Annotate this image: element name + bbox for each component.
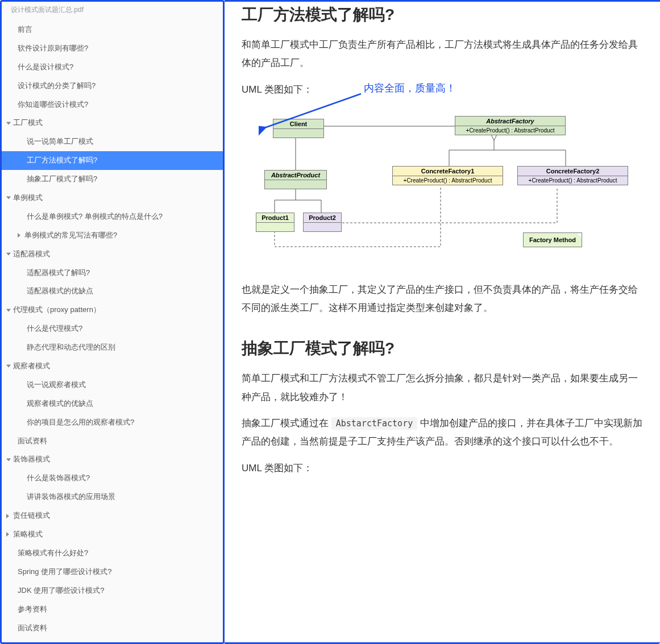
nav-item[interactable]: 说一说观察者模式 (2, 376, 223, 394)
uml-abstract-product: AbstractProduct (264, 170, 327, 189)
nav-item[interactable]: 软件设计原则有哪些? (2, 39, 223, 58)
nav-item[interactable]: Spring 使用了哪些设计模式? (2, 563, 223, 581)
heading-factory-method: 工厂方法模式了解吗? (242, 4, 643, 26)
nav-item[interactable]: 工厂模式 (2, 114, 223, 132)
nav-item[interactable]: 抽象工厂模式了解吗? (2, 170, 223, 189)
sidebar: 设计模式面试题汇总.pdf 前言软件设计原则有哪些?什么是设计模式?设计模式的分… (0, 0, 225, 644)
nav-item[interactable]: 代理模式（proxy pattern） (2, 301, 223, 319)
nav-item[interactable]: 工厂方法模式了解吗? (2, 151, 223, 170)
nav-item[interactable]: 单例模式的常见写法有哪些? (2, 226, 223, 245)
nav-item[interactable]: 前言 (2, 20, 223, 39)
nav-item[interactable]: 责任链模式 (2, 506, 223, 525)
nav-item[interactable]: 适配器模式了解吗? (2, 264, 223, 282)
nav-item[interactable]: 面试资料 (2, 619, 223, 638)
uml-concrete-factory-1: ConcreteFactory1 +CreateProduct() : Abst… (392, 166, 503, 185)
paragraph: 也就是定义一个抽象工厂，其定义了产品的生产接口，但不负责具体的产品，将生产任务交… (242, 281, 643, 318)
nav-item[interactable]: 单例模式 (2, 189, 223, 207)
nav-item[interactable]: 策略模式有什么好处? (2, 544, 223, 563)
uml-product-2: Product2 (303, 213, 342, 232)
uml-client: Client (273, 119, 324, 138)
nav-item[interactable]: 观察者模式 (2, 357, 223, 376)
uml-product-1: Product1 (256, 213, 294, 232)
uml-concrete-factory-2: ConcreteFactory2 +CreateProduct() : Abst… (517, 166, 628, 185)
uml-abstract-factory: AbstractFactory +CreateProduct() : Abstr… (455, 116, 566, 135)
uml-note-factory-method: Factory Method (523, 232, 582, 247)
uml-diagram: Client AbstractFactory +CreateProduct() … (247, 110, 643, 269)
nav-item[interactable]: 静态代理和动态代理的区别 (2, 338, 223, 357)
annotation-callout: 内容全面，质量高！ (364, 81, 456, 95)
nav-item[interactable]: 你的项目是怎么用的观察者模式? (2, 413, 223, 432)
paragraph-uml-label: UML 类图如下： (242, 459, 643, 477)
code-abstract-factory: AbstarctFactory (331, 417, 417, 430)
nav-item[interactable]: 什么是装饰器模式? (2, 469, 223, 488)
nav-item[interactable]: 适配器模式的优缺点 (2, 282, 223, 301)
paragraph: 和简单工厂模式中工厂负责生产所有产品相比，工厂方法模式将生成具体产品的任务分发给… (242, 36, 643, 73)
paragraph: 抽象工厂模式通过在 AbstarctFactory 中增加创建产品的接口，并在具… (242, 414, 643, 451)
nav-item[interactable]: 什么是代理模式? (2, 319, 223, 338)
document-title: 设计模式面试题汇总.pdf (2, 2, 223, 18)
nav-item[interactable]: JDK 使用了哪些设计模式? (2, 581, 223, 600)
main-content: 工厂方法模式了解吗? 和简单工厂模式中工厂负责生产所有产品相比，工厂方法模式将生… (225, 0, 660, 644)
nav-item[interactable]: 观察者模式的优缺点 (2, 394, 223, 413)
nav-outline: 前言软件设计原则有哪些?什么是设计模式?设计模式的分类了解吗?你知道哪些设计模式… (2, 18, 223, 639)
nav-item[interactable]: 策略模式 (2, 525, 223, 544)
nav-item[interactable]: 装饰器模式 (2, 450, 223, 469)
nav-item[interactable]: 什么是设计模式? (2, 58, 223, 77)
heading-abstract-factory: 抽象工厂模式了解吗? (242, 338, 643, 359)
nav-item[interactable]: 设计模式的分类了解吗? (2, 77, 223, 95)
nav-item[interactable]: 适配器模式 (2, 245, 223, 264)
nav-item[interactable]: 什么是单例模式? 单例模式的特点是什么? (2, 207, 223, 226)
nav-item[interactable]: 参考资料 (2, 600, 223, 619)
nav-item[interactable]: 面试资料 (2, 432, 223, 451)
nav-item[interactable]: 说一说简单工厂模式 (2, 132, 223, 151)
nav-item[interactable]: 讲讲装饰器模式的应用场景 (2, 488, 223, 506)
paragraph: 简单工厂模式和工厂方法模式不管工厂怎么拆分抽象，都只是针对一类产品，如果要生成另… (242, 369, 643, 406)
nav-item[interactable]: 你知道哪些设计模式? (2, 95, 223, 114)
